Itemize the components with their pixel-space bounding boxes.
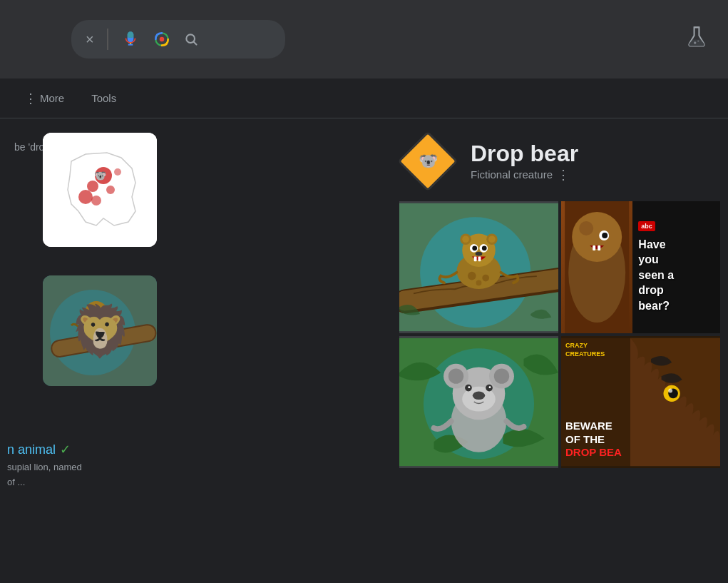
kg-more-button[interactable]: ⋮ (557, 167, 570, 183)
crazy-creatures-badge: CRAZYCREATURES (565, 342, 605, 358)
left-panel: be 'dropped on' by 🐨 (0, 118, 378, 583)
animal-link[interactable]: n animal ✓ (7, 442, 82, 457)
search-icon[interactable] (184, 32, 198, 46)
svg-point-13 (114, 168, 121, 176)
animal-desc-line1: supial lion, named (7, 460, 82, 475)
svg-point-25 (99, 310, 102, 313)
svg-point-7 (697, 41, 699, 42)
right-panel: 🐨 Drop bear Fictional creature ⋮ (378, 118, 728, 583)
svg-point-11 (106, 186, 115, 194)
beware-red-text: DROP BEA (565, 446, 622, 460)
svg-line-5 (193, 42, 196, 45)
dots-icon: ⋮ (24, 91, 37, 106)
grid-2-text: Haveyouseen adropbear? (638, 237, 714, 314)
svg-point-43 (472, 245, 477, 250)
svg-point-22 (90, 308, 96, 314)
kg-subtitle: Fictional creature ⋮ (471, 167, 578, 183)
svg-point-45 (476, 252, 483, 256)
lens-icon[interactable] (153, 30, 171, 49)
svg-point-40 (488, 235, 496, 243)
svg-point-12 (78, 190, 93, 204)
svg-point-23 (97, 308, 103, 314)
labs-icon[interactable] (687, 26, 707, 53)
svg-point-6 (694, 41, 696, 44)
svg-point-14 (91, 196, 101, 206)
crazy-text: CRAZYCREATURES (565, 342, 605, 358)
nav-tools[interactable]: Tools (88, 78, 119, 118)
svg-point-10 (87, 181, 98, 192)
kg-icon-wrapper: 🐨 (399, 133, 456, 190)
svg-rect-8 (43, 133, 157, 247)
kg-title-area: Drop bear Fictional creature ⋮ (471, 141, 578, 183)
main-content: be 'dropped on' by 🐨 (0, 118, 728, 583)
check-icon: ✓ (60, 442, 71, 457)
svg-point-44 (482, 245, 487, 250)
search-box: × (71, 20, 285, 59)
svg-point-77 (668, 389, 672, 393)
animal-link-text: n animal (7, 442, 56, 457)
bear-warning-icon: 🐨 (419, 152, 438, 171)
kg-subtitle-text: Fictional creature (471, 168, 553, 181)
svg-text:🐨: 🐨 (94, 170, 107, 182)
svg-point-68 (473, 391, 485, 400)
kg-title: Drop bear (471, 141, 578, 167)
animal-desc-line2: of ... (7, 475, 82, 490)
svg-rect-27 (97, 317, 99, 320)
svg-rect-47 (478, 256, 481, 261)
svg-point-72 (489, 386, 491, 388)
svg-rect-58 (598, 245, 600, 250)
divider (107, 29, 108, 50)
nav-bar: ⋮ More Tools (0, 78, 728, 118)
mic-icon[interactable] (121, 30, 140, 49)
svg-rect-46 (474, 256, 477, 261)
beware-text: BEWAREOF THE DROP BEA (565, 420, 622, 460)
close-icon[interactable]: × (86, 31, 94, 48)
svg-point-56 (602, 233, 607, 238)
top-bar: × (0, 0, 728, 78)
svg-point-3 (159, 37, 164, 42)
grid-image-4[interactable]: CRAZYCREATURES BEWAREOF THE DROP BEA (561, 336, 720, 468)
svg-point-29 (98, 330, 102, 335)
more-label: More (40, 92, 64, 104)
animal-desc: supial lion, named of ... (7, 460, 82, 490)
creature-image-container[interactable] (43, 275, 157, 386)
kg-header: 🐨 Drop bear Fictional creature ⋮ (399, 133, 714, 190)
creature-image (43, 275, 157, 386)
tools-label: Tools (91, 92, 116, 104)
svg-point-17 (50, 290, 135, 375)
svg-point-48 (468, 272, 476, 280)
svg-point-53 (572, 212, 622, 262)
svg-point-39 (462, 235, 469, 243)
svg-point-65 (448, 368, 463, 383)
svg-point-71 (468, 386, 470, 388)
svg-point-28 (88, 328, 94, 334)
svg-point-20 (81, 314, 112, 340)
svg-point-54 (579, 221, 593, 235)
abc-badge: abc (638, 221, 655, 231)
svg-point-24 (92, 310, 95, 313)
grid-image-3[interactable] (399, 336, 558, 468)
beware-white-text: BEWAREOF THE (565, 420, 622, 447)
svg-point-30 (83, 325, 88, 329)
svg-point-21 (85, 301, 108, 324)
svg-point-49 (482, 275, 489, 282)
grid-image-2[interactable]: abc Haveyouseen adropbear? (561, 201, 720, 333)
svg-point-50 (476, 280, 482, 285)
svg-rect-57 (593, 245, 595, 250)
image-grid: abc Haveyouseen adropbear? (399, 201, 720, 468)
svg-point-66 (494, 368, 509, 383)
diamond-sign: 🐨 (401, 135, 455, 188)
map-image-container[interactable]: 🐨 (43, 133, 157, 247)
svg-rect-26 (93, 317, 95, 320)
map-image: 🐨 (43, 133, 157, 247)
nav-more[interactable]: ⋮ More (21, 78, 67, 118)
grid-image-1[interactable] (399, 201, 558, 333)
bottom-text-area: n animal ✓ supial lion, named of ... (7, 442, 82, 490)
